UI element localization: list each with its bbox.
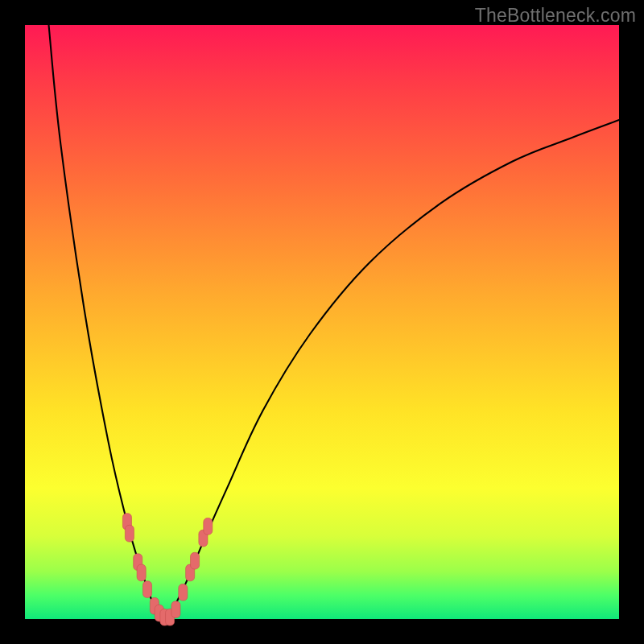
marker-bead — [179, 584, 188, 601]
marker-bead — [171, 601, 180, 618]
marker-bead — [137, 564, 146, 581]
chart-frame: TheBottleneck.com — [0, 0, 644, 644]
marker-bead — [142, 581, 151, 598]
marker-group — [122, 514, 212, 625]
watermark-text: TheBottleneck.com — [475, 5, 636, 27]
marker-bead — [191, 552, 200, 569]
marker-bead — [204, 518, 213, 535]
bottleneck-curve — [49, 25, 619, 617]
curve-layer — [25, 25, 619, 619]
plot-area — [25, 25, 619, 619]
marker-bead — [125, 525, 134, 542]
